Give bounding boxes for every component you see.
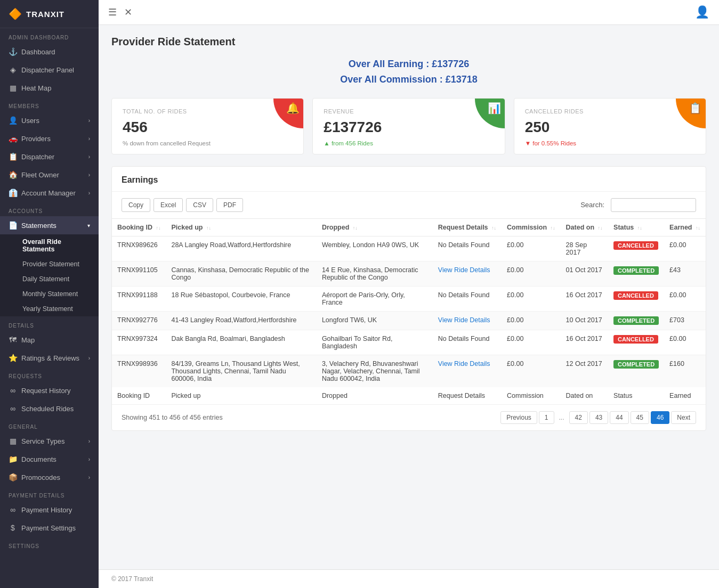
cell-request-details[interactable]: View Ride Details [433,355,502,387]
sidebar-item-request-history[interactable]: ∞ Request History [0,381,99,399]
pdf-button[interactable]: PDF [216,198,243,212]
sidebar-item-heat-map[interactable]: ▦ Heat Map [0,79,99,97]
col-booking-id[interactable]: Booking ID ↑↓ [112,218,166,236]
sidebar-sub-provider-statement[interactable]: Provider Statement [0,257,99,272]
col-earned[interactable]: Earned ↑↓ [664,218,706,236]
view-ride-details-link[interactable]: View Ride Details [438,316,490,324]
excel-button[interactable]: Excel [154,198,183,212]
sidebar-sub-daily-statement[interactable]: Daily Statement [0,272,99,287]
overall-stats: Over All Earning : £137726 Over All Comm… [111,56,706,87]
col-request-details[interactable]: Request Details ↑↓ [433,218,502,236]
overall-commission: Over All Commission : £13718 [111,72,706,87]
sidebar-item-service-types[interactable]: ▦ Service Types › [0,432,99,450]
sidebar-item-map[interactable]: 🗺 Map [0,331,99,349]
chevron-down-icon: ▾ [87,223,90,228]
sidebar-item-users[interactable]: 👤 Users › [0,111,99,129]
stat-cards: TOTAL NO. OF RIDES 456 % down from cance… [111,98,706,154]
col-status[interactable]: Status ↑↓ [608,218,664,236]
cell-commission: £0.00 [502,236,561,261]
cell-earned: £0.00 [664,236,706,261]
cell-booking-id: TRNX992776 [112,311,166,330]
user-avatar[interactable]: 👤 [695,5,709,19]
sidebar-item-payment-settings[interactable]: $ Payment Settings [0,519,99,537]
view-ride-details-link[interactable]: View Ride Details [438,360,490,368]
cell-commission: £0.00 [502,330,561,355]
table-row: TRNX998936 84/139, Greams Ln, Thousand L… [112,355,706,387]
sidebar-item-label: Users [21,117,39,125]
cell-request-details: No Details Found [433,286,502,311]
search-input[interactable] [611,198,696,212]
cell-earned: £0.00 [664,330,706,355]
sidebar-sub-monthly-statement[interactable]: Monthly Statement [0,287,99,301]
status-badge: COMPLETED [613,316,659,325]
sidebar-item-dispatcher[interactable]: 📋 Dispatcher › [0,148,99,166]
cell-status: CANCELLED [608,330,664,355]
sidebar-sub-overall-ride-statements[interactable]: Overall Ride Statments [0,234,99,257]
stat-card-rides-label: TOTAL NO. OF RIDES [123,108,293,115]
sidebar-item-providers[interactable]: 🚗 Providers › [0,129,99,148]
cell-request-details[interactable]: View Ride Details [433,261,502,286]
close-icon[interactable]: ✕ [124,6,132,18]
copy-button[interactable]: Copy [122,198,150,212]
sidebar-item-payment-history[interactable]: ∞ Payment History [0,501,99,519]
sidebar-item-label: Providers [21,135,51,143]
sidebar-item-label: Promocodes [21,473,60,481]
statements-icon: 📄 [9,221,17,230]
sidebar-item-fleet-owner[interactable]: 🏠 Fleet Owner › [0,166,99,184]
sidebar-item-dashboard[interactable]: ⚓ Dashboard [0,43,99,61]
chevron-right-icon: › [88,118,90,124]
chevron-right-icon: › [88,136,90,142]
page-1-button[interactable]: 1 [539,411,554,424]
col-dated-on[interactable]: Dated on ↑↓ [561,218,609,236]
csv-button[interactable]: CSV [186,198,213,212]
col-commission[interactable]: Commission ↑↓ [502,218,561,236]
cell-dated-on: 16 Oct 2017 [561,286,609,311]
table-controls: Copy Excel CSV PDF Search: [112,192,706,218]
sidebar-item-scheduled-rides[interactable]: ∞ Scheduled Rides [0,399,99,418]
section-label-settings: SETTINGS [0,537,99,551]
sidebar-item-ratings-reviews[interactable]: ⭐ Ratings & Reviews › [0,349,99,367]
cell-dropped: Longford TW6, UK [317,311,433,330]
no-details: No Details Found [438,241,490,249]
pagination: Previous 1 ... 42 43 44 45 46 Next [500,411,696,424]
sidebar-item-label: Account Manager [21,189,76,197]
page-42-button[interactable]: 42 [569,411,588,424]
documents-icon: 📁 [9,455,17,463]
chevron-right-icon: › [88,475,90,480]
request-history-icon: ∞ [9,386,17,395]
dispatcher-member-icon: 📋 [9,152,17,161]
next-page-button[interactable]: Next [671,411,696,424]
cell-status: COMPLETED [608,355,664,387]
col-pickup[interactable]: Picked up ↑↓ [166,218,316,236]
menu-icon[interactable]: ☰ [108,6,117,18]
payment-settings-icon: $ [9,524,17,532]
footer-status: Status [608,387,664,404]
chevron-right-icon: › [88,456,90,462]
cell-commission: £0.00 [502,261,561,286]
sidebar-item-dispatcher-panel[interactable]: ◈ Dispatcher Panel [0,61,99,79]
cell-request-details[interactable]: View Ride Details [433,311,502,330]
page-44-button[interactable]: 44 [610,411,628,424]
sidebar-item-account-manager[interactable]: 👔 Account Manager › [0,184,99,202]
sidebar-item-label: Fleet Owner [21,171,59,179]
sidebar-item-promocodes[interactable]: 📦 Promocodes › [0,468,99,486]
sidebar-item-statements[interactable]: 📄 Statements ▾ [0,216,99,234]
earnings-table: Booking ID ↑↓ Picked up ↑↓ Dropped ↑↓ Re… [112,218,706,404]
stat-card-rides: TOTAL NO. OF RIDES 456 % down from cance… [111,98,304,154]
cell-earned: £703 [664,311,706,330]
page-43-button[interactable]: 43 [589,411,608,424]
stat-card-cancelled-value: 250 [525,119,695,136]
scheduled-rides-icon: ∞ [9,404,17,413]
logo-icon: 🔶 [9,7,22,20]
providers-icon: 🚗 [9,134,17,143]
col-dropped[interactable]: Dropped ↑↓ [317,218,433,236]
no-details: No Details Found [438,291,490,299]
page-46-button[interactable]: 46 [651,411,669,424]
sidebar-item-label: Request History [21,387,70,395]
cell-pickup: 84/139, Greams Ln, Thousand Lights West,… [166,355,316,387]
page-45-button[interactable]: 45 [631,411,649,424]
view-ride-details-link[interactable]: View Ride Details [438,266,490,274]
sidebar-item-documents[interactable]: 📁 Documents › [0,450,99,468]
prev-page-button[interactable]: Previous [500,411,537,424]
sidebar-sub-yearly-statement[interactable]: Yearly Statement [0,301,99,316]
